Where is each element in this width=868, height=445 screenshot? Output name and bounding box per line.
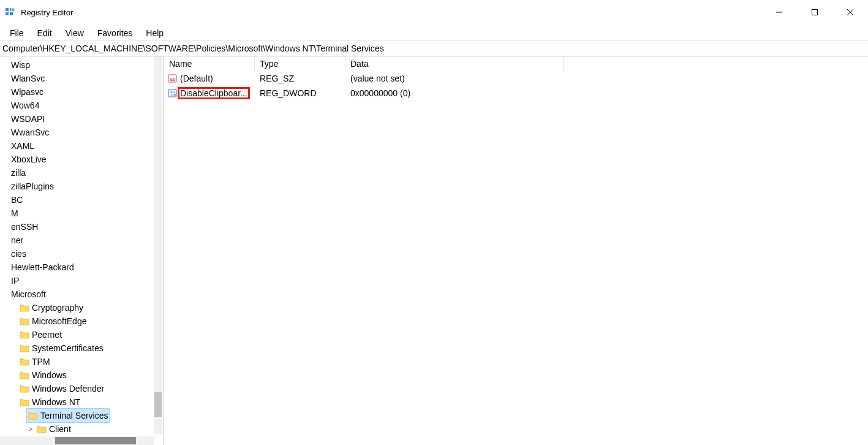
tree-horizontal-scroll-thumb[interactable] [55,437,136,444]
window-controls [761,0,868,25]
folder-icon [37,425,47,433]
values-list-pane[interactable]: Name Type Data ab(Default)REG_SZ(value n… [164,56,868,445]
folder-icon [20,357,29,366]
tree-item[interactable]: cies [0,247,164,261]
svg-rect-2 [6,12,9,15]
menu-file[interactable]: File [4,27,30,39]
tree-item[interactable]: WSDAPI [0,112,164,126]
string-icon: ab [168,74,178,83]
expand-chevron-icon[interactable]: > [26,425,36,433]
svg-text:110: 110 [171,93,176,97]
tree-item[interactable]: BC [0,193,164,207]
folder-icon [20,303,29,312]
tree-item[interactable]: TPM [0,355,164,368]
tree-item[interactable]: Hewlett-Packard [0,261,164,274]
folder-icon [28,411,38,420]
menubar: File Edit View Favorites Help [0,25,868,40]
menu-favorites[interactable]: Favorites [91,27,139,39]
tree-item-label: Windows NT [32,397,80,407]
tree-item-label: ner [11,235,23,245]
tree-vertical-scrollbar[interactable] [154,56,162,434]
tree-pane[interactable]: WispWlanSvcWlpasvcWow64WSDAPIWwanSvcXAML… [0,56,164,445]
minimize-button[interactable] [761,0,797,25]
tree-item[interactable]: ner [0,234,164,247]
tree-item[interactable]: Cryptography [0,301,164,314]
tree-item-label: cies [11,249,26,259]
svg-point-4 [11,8,15,12]
tree-item[interactable]: zillaPlugins [0,180,164,193]
svg-rect-6 [812,10,818,15]
column-type[interactable]: Type [255,56,345,71]
tree-item[interactable]: M [0,207,164,220]
tree-item-label: XAML [11,141,34,151]
tree-item[interactable]: Windows [0,368,164,382]
column-data[interactable]: Data [345,56,564,71]
tree-item-label: enSSH [11,222,38,232]
svg-rect-3 [10,12,13,15]
folder-icon [20,317,29,325]
value-type: REG_DWORD [255,88,345,98]
menu-edit[interactable]: Edit [31,27,58,39]
value-name: DisableClipboar... [179,88,249,98]
tree-item-label: IP [11,276,19,286]
tree-item[interactable]: Microsoft [0,287,164,301]
regedit-icon [5,7,15,17]
tree-item-label: Microsoft [11,289,46,299]
tree-horizontal-scrollbar[interactable] [0,436,154,445]
menu-help[interactable]: Help [140,27,170,39]
folder-icon [20,384,29,393]
tree-item[interactable]: enSSH [0,220,164,234]
tree-item-label: Client [49,424,71,434]
tree-item[interactable]: XboxLive [0,153,164,166]
menu-view[interactable]: View [59,27,90,39]
tree-item-label: XboxLive [11,154,47,164]
tree-item-label: Wisp [11,60,30,70]
close-button[interactable] [832,0,868,25]
tree-item-label: Peernet [32,330,62,340]
maximize-button[interactable] [797,0,832,25]
tree-item[interactable]: zilla [0,166,164,180]
tree-item[interactable]: Windows NT [0,395,164,409]
tree-item[interactable]: IP [0,274,164,287]
tree-item[interactable]: Peernet [0,328,164,341]
tree-item[interactable]: XAML [0,139,164,153]
tree-item[interactable]: MicrosoftEdge [0,314,164,328]
value-name: (Default) [180,74,213,83]
tree-item-label: zilla [11,168,26,178]
tree-item[interactable]: Windows Defender [0,382,164,395]
folder-icon [20,398,29,406]
tree-item-label: WwanSvc [11,127,49,137]
tree-item[interactable]: Wlpasvc [0,85,164,99]
tree-item-label: zillaPlugins [11,181,54,191]
tree-item-label: Windows [32,370,67,380]
address-path: Computer\HKEY_LOCAL_MACHINE\SOFTWARE\Pol… [2,44,384,53]
tree-item[interactable]: Wow64 [0,99,164,112]
tree-item[interactable]: WwanSvc [0,126,164,139]
window-title: Registry Editor [21,8,73,17]
tree-item-label: BC [11,195,23,205]
tree-item[interactable]: Wisp [0,58,164,72]
tree-item-label: SystemCertificates [32,343,104,353]
titlebar[interactable]: Registry Editor [0,0,868,25]
tree-item-label: Hewlett-Packard [11,262,74,272]
tree-item[interactable]: WlanSvc [0,72,164,85]
tree-item-label: M [11,208,18,218]
column-name[interactable]: Name [164,56,255,71]
tree-item[interactable]: SystemCertificates [0,341,164,355]
folder-icon [20,371,29,379]
address-bar[interactable]: Computer\HKEY_LOCAL_MACHINE\SOFTWARE\Pol… [0,40,868,56]
tree-item[interactable]: Terminal Services [0,409,164,422]
tree-item[interactable]: >Client [0,422,164,436]
list-header: Name Type Data [164,56,868,71]
dword-icon: 011110 [168,88,178,98]
value-data: (value not set) [345,74,868,83]
svg-text:ab: ab [170,77,175,82]
value-row[interactable]: 011110DisableClipboar...REG_DWORD0x00000… [164,86,868,101]
tree-item-label: Terminal Services [40,411,108,420]
value-row[interactable]: ab(Default)REG_SZ(value not set) [164,71,868,86]
tree-item-label: Cryptography [32,303,83,313]
value-data: 0x00000000 (0) [345,88,868,98]
tree-vertical-scroll-thumb[interactable] [154,392,162,417]
svg-rect-0 [6,8,9,11]
tree-item-label: Windows Defender [32,384,104,394]
